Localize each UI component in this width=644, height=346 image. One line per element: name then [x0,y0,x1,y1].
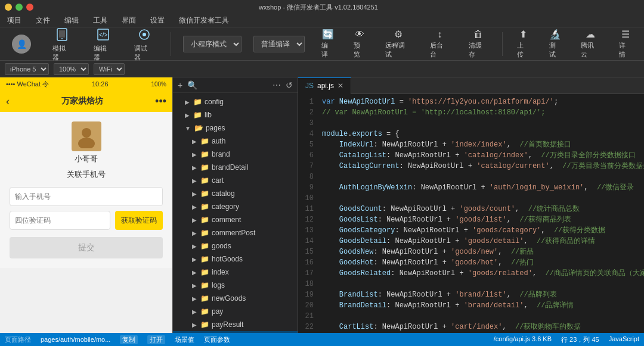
compile-button[interactable]: 🔄 编译 [317,26,339,61]
upload-icon: ⬆ [519,29,527,40]
folder-icon: 📁 [200,294,209,303]
compile-select[interactable]: 普通编译 [253,36,305,52]
refresh-button[interactable]: ↺ [286,80,293,90]
test-icon: 🔬 [549,29,561,40]
tree-item-lib[interactable]: ▶ 📁 lib [173,108,298,121]
details-button[interactable]: ☰ 详情 [614,26,637,61]
scene-button[interactable]: 场景值 [175,335,194,344]
verify-code-input[interactable] [10,211,110,230]
file-info: /config/api.js 3.6 KB [494,335,552,344]
folder-icon: 📁 [200,216,209,224]
tree-item-hotGoods[interactable]: ▶📁hotGoods [173,253,298,266]
tree-item-catalog[interactable]: ▶📁catalog [173,187,298,200]
chevron-icon: ▶ [192,230,197,236]
search-files-button[interactable]: 🔍 [187,80,197,90]
phone-number-input[interactable] [10,187,163,206]
upload-button[interactable]: ⬆ 上传 [512,26,535,61]
tree-item-logs[interactable]: ▶📁logs [173,279,298,292]
preview-button[interactable]: 👁 预览 [349,27,371,61]
remote-debug-button[interactable]: ⚙ 远程调试 [380,26,416,61]
code-line: 6 CatalogList: NewApiRootUrl + 'catalog/… [298,150,644,161]
avatar-button[interactable]: 👤 [7,32,36,56]
folder-icon: 📁 [200,268,209,276]
toolbar-right: 🔄 编译 👁 预览 ⚙ 远程调试 ↕ 后台台 🗑 清缓存 ⬆ 上传 🔬 测试 [317,26,637,61]
menu-item-wechat[interactable]: 微信开发者工具 [177,14,231,27]
debugger-label: 调试器 [134,44,154,62]
code-editor[interactable]: 1var NewApiRootUrl = 'https://fly2you.cn… [298,94,644,333]
collapse-all-button[interactable]: ⋯ [273,80,281,90]
folder-icon: 📁 [193,111,202,119]
separator-1 [171,32,171,56]
svg-point-6 [143,33,146,36]
copy-button[interactable]: 复制 [120,335,138,344]
tree-item-newGoods[interactable]: ▶📁newGoods [173,292,298,305]
test-button[interactable]: 🔬 测试 [544,26,567,61]
phone-content: 小哥哥 关联手机号 获取验证码 提交 [0,112,172,268]
compile-icon: 🔄 [322,29,334,40]
network-select[interactable]: WiFi [94,63,125,75]
tree-item-cart[interactable]: ▶📁cart [173,174,298,187]
remote-debug-icon: ⚙ [394,29,402,40]
tree-item-goods[interactable]: ▶📁goods [173,239,298,253]
code-line: 16 GoodsHot: NewApiRootUrl + 'goods/hot'… [298,257,644,268]
folder-icon: 📁 [200,320,209,329]
chevron-icon: ▶ [192,204,197,210]
editor-tabs: JS api.js ✕ [298,77,644,94]
add-file-button[interactable]: + [178,80,182,90]
folder-icon: 📁 [200,281,209,289]
menu-item-project[interactable]: 项目 [5,14,24,27]
editor-button[interactable]: </> 编辑器 [89,24,118,64]
folder-icon: 📁 [200,307,209,316]
chevron-icon: ▶ [192,282,197,289]
page-params-button[interactable]: 页面参数 [204,335,230,344]
debugger-button[interactable]: 调试器 [129,24,159,64]
editor-tab-api-js[interactable]: JS api.js ✕ [298,77,351,94]
tree-item-pay[interactable]: ▶📁pay [173,305,298,318]
tree-item-brand[interactable]: ▶📁brand [173,148,298,161]
chevron-icon: ▶ [192,191,197,197]
zoom-select[interactable]: 100% [54,63,89,75]
phone-more-button[interactable]: ••• [155,95,166,108]
device-select[interactable]: iPhone 5 [5,63,49,75]
tree-item-brandDetail[interactable]: ▶📁brandDetail [173,161,298,174]
tree-item-commentPost[interactable]: ▶📁commentPost [173,226,298,239]
open-button[interactable]: 打开 [147,335,165,344]
phone-avatar [72,121,101,151]
preview-icon: 👁 [355,29,364,40]
close-button[interactable] [26,4,33,11]
phone-back-button[interactable]: ‹ [6,95,10,108]
tree-item-payResult[interactable]: ▶📁payResult [173,318,298,331]
statusbar: 页面路径 pages/auth/mobile/mo... 复制 打开 场景值 页… [0,333,644,346]
tree-item-auth[interactable]: ▶📁auth [173,135,298,148]
phone-avatar-area: 小哥哥 [72,121,101,164]
submit-button[interactable]: 提交 [10,237,163,258]
backend-button[interactable]: ↕ 后台台 [425,27,454,61]
chevron-icon: ▶ [192,164,197,171]
editor-icon: </> [95,26,112,43]
maximize-button[interactable] [16,4,23,11]
minimize-button[interactable] [5,4,12,11]
toolbar: 👤 模拟器 </> 编辑器 调试器 小程序模 [0,27,644,61]
details-icon: ☰ [621,29,630,40]
code-line: 9 AuthLoginByWeixin: NewApiRootUrl + 'au… [298,182,644,193]
chevron-icon: ▶ [185,99,190,105]
mode-select[interactable]: 小程序模式 [183,36,242,52]
get-verify-code-button[interactable]: 获取验证码 [115,211,163,230]
clear-cache-button[interactable]: 🗑 清缓存 [464,27,493,61]
simulator-button[interactable]: 模拟器 [48,24,77,64]
titlebar: wxshop - 微信开发者工具 v1.02.1804251 [0,0,644,14]
tree-item-category[interactable]: ▶📁category [173,200,298,213]
tree-item-pages[interactable]: ▼ 📂 pages [173,121,298,135]
cloud-button[interactable]: ☁ 腾讯云 [576,26,605,61]
folder-icon: 📁 [200,137,209,145]
close-tab-icon[interactable]: ✕ [338,82,343,90]
tree-item-search[interactable]: ▶📁search [173,331,298,333]
tree-item-config[interactable]: ▶ 📁 config [173,95,298,108]
code-line: 11 GoodsCount: NewApiRootUrl + 'goods/co… [298,204,644,214]
tree-item-comment[interactable]: ▶📁comment [173,213,298,226]
svg-text:</>: </> [99,32,108,38]
chevron-icon: ▶ [192,322,197,328]
tree-item-index[interactable]: ▶📁index [173,266,298,279]
folder-icon: 📁 [200,163,209,172]
folder-icon: 📁 [193,98,202,106]
